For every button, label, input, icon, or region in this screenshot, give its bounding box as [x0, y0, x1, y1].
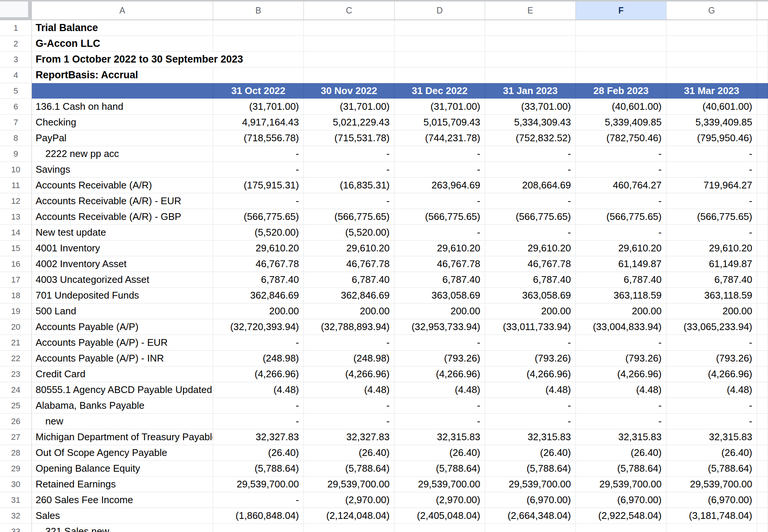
date-header-D5[interactable]: 31 Dec 2022: [394, 83, 485, 99]
cell-E26[interactable]: -: [485, 414, 576, 429]
cell-partial-6[interactable]: [757, 99, 768, 115]
row-number-4[interactable]: 4: [0, 67, 32, 83]
cell-A3[interactable]: From 1 October 2022 to 30 September 2023: [32, 52, 213, 67]
cell-F18[interactable]: 363,118.59: [576, 288, 666, 303]
cell-E27[interactable]: 32,315.83: [485, 429, 576, 445]
date-header-B5[interactable]: 31 Oct 2022: [213, 83, 304, 99]
cell-C31[interactable]: (2,970.00): [304, 492, 394, 508]
cell-B32[interactable]: (1,860,848.04): [213, 508, 304, 524]
cell-F8[interactable]: (782,750.46): [576, 130, 666, 146]
cell-F11[interactable]: 460,764.27: [576, 178, 666, 193]
cell-D7[interactable]: 5,015,709.43: [394, 115, 485, 130]
cell-F29[interactable]: (5,788.64): [576, 461, 666, 477]
cell-G18[interactable]: 363,118.59: [666, 288, 757, 303]
cell-C10[interactable]: -: [304, 162, 394, 178]
cell-A33-account-name[interactable]: 321 Sales new: [32, 524, 213, 532]
cell-F13[interactable]: (566,775.65): [576, 209, 666, 225]
cell-F33[interactable]: [576, 524, 666, 532]
cell-G6[interactable]: (40,601.00): [666, 99, 757, 115]
cell-G22[interactable]: (793.26): [666, 351, 757, 366]
cell-G24[interactable]: (4.48): [666, 382, 757, 398]
cell-E7[interactable]: 5,334,309.43: [485, 115, 576, 130]
cell-E15[interactable]: 29,610.20: [485, 241, 576, 256]
cell-C6[interactable]: (31,701.00): [304, 99, 394, 115]
cell-E6[interactable]: (33,701.00): [485, 99, 576, 115]
cell-C2[interactable]: [304, 36, 394, 52]
cell-partial-24[interactable]: [757, 382, 768, 398]
cell-C3[interactable]: [304, 52, 394, 67]
cell-E16[interactable]: 46,767.78: [485, 256, 576, 272]
cell-B8[interactable]: (718,556.78): [213, 130, 304, 146]
cell-B31[interactable]: -: [213, 492, 304, 508]
cell-F20[interactable]: (33,004,833.94): [576, 319, 666, 335]
cell-E11[interactable]: 208,664.69: [485, 178, 576, 193]
cell-partial-33[interactable]: [757, 524, 768, 532]
cell-A29-account-name[interactable]: Opening Balance Equity: [32, 461, 213, 477]
cell-E30[interactable]: 29,539,700.00: [485, 477, 576, 492]
date-header-C5[interactable]: 30 Nov 2022: [304, 83, 394, 99]
cell-E14[interactable]: -: [485, 225, 576, 241]
cell-A14-account-name[interactable]: New test update: [32, 225, 213, 241]
cell-A16-account-name[interactable]: 4002 Inventory Asset: [32, 256, 213, 272]
cell-E18[interactable]: 363,058.69: [485, 288, 576, 303]
cell-B29[interactable]: (5,788.64): [213, 461, 304, 477]
row-number-17[interactable]: 17: [0, 272, 32, 288]
cell-C14[interactable]: (5,520.00): [304, 225, 394, 241]
cell-E9[interactable]: -: [485, 146, 576, 162]
row-number-20[interactable]: 20: [0, 319, 32, 335]
cell-E31[interactable]: (6,970.00): [485, 492, 576, 508]
cell-G15[interactable]: 29,610.20: [666, 241, 757, 256]
cell-partial-19[interactable]: [757, 303, 768, 319]
cell-A30-account-name[interactable]: Retained Earnings: [32, 477, 213, 492]
row-number-12[interactable]: 12: [0, 193, 32, 209]
cell-D15[interactable]: 29,610.20: [394, 241, 485, 256]
cell-A11-account-name[interactable]: Accounts Receivable (A/R): [32, 178, 213, 193]
cell-A12-account-name[interactable]: Accounts Receivable (A/R) - EUR: [32, 193, 213, 209]
cell-A18-account-name[interactable]: 701 Undeposited Funds: [32, 288, 213, 303]
cell-F3[interactable]: [576, 52, 666, 67]
column-header-A[interactable]: A: [32, 1, 213, 20]
column-header-B[interactable]: B: [213, 1, 304, 20]
cell-G17[interactable]: 6,787.40: [666, 272, 757, 288]
cell-E3[interactable]: [485, 52, 576, 67]
cell-C28[interactable]: (26.40): [304, 445, 394, 461]
cell-A7-account-name[interactable]: Checking: [32, 115, 213, 130]
column-header-partial[interactable]: [757, 1, 768, 20]
cell-F21[interactable]: -: [576, 335, 666, 351]
cell-G12[interactable]: -: [666, 193, 757, 209]
cell-F1[interactable]: [576, 20, 666, 36]
cell-F10[interactable]: -: [576, 162, 666, 178]
cell-D29[interactable]: (5,788.64): [394, 461, 485, 477]
cell-C22[interactable]: (248.98): [304, 351, 394, 366]
cell-D8[interactable]: (744,231.78): [394, 130, 485, 146]
cell-G31[interactable]: (6,970.00): [666, 492, 757, 508]
cell-partial-11[interactable]: [757, 178, 768, 193]
cell-D2[interactable]: [394, 36, 485, 52]
cell-partial-27[interactable]: [757, 429, 768, 445]
cell-B22[interactable]: (248.98): [213, 351, 304, 366]
row-number-32[interactable]: 32: [0, 508, 32, 524]
cell-A23-account-name[interactable]: Credit Card: [32, 366, 213, 382]
cell-E29[interactable]: (5,788.64): [485, 461, 576, 477]
cell-C1[interactable]: [304, 20, 394, 36]
cell-C20[interactable]: (32,788,893.94): [304, 319, 394, 335]
cell-E1[interactable]: [485, 20, 576, 36]
cell-F22[interactable]: (793.26): [576, 351, 666, 366]
row-number-26[interactable]: 26: [0, 414, 32, 429]
cell-B28[interactable]: (26.40): [213, 445, 304, 461]
cell-B12[interactable]: -: [213, 193, 304, 209]
row-number-13[interactable]: 13: [0, 209, 32, 225]
date-header-G5[interactable]: 31 Mar 2023: [666, 83, 757, 99]
cell-A5[interactable]: [32, 83, 213, 99]
cell-A2[interactable]: G-Accon LLC: [32, 36, 213, 52]
cell-partial-28[interactable]: [757, 445, 768, 461]
cell-C23[interactable]: (4,266.96): [304, 366, 394, 382]
cell-partial-9[interactable]: [757, 146, 768, 162]
select-all-corner[interactable]: [0, 1, 32, 20]
cell-E24[interactable]: (4.48): [485, 382, 576, 398]
cell-D13[interactable]: (566,775.65): [394, 209, 485, 225]
cell-A9-account-name[interactable]: 2222 new pp acc: [32, 146, 213, 162]
cell-F23[interactable]: (4,266.96): [576, 366, 666, 382]
cell-D22[interactable]: (793.26): [394, 351, 485, 366]
cell-B21[interactable]: -: [213, 335, 304, 351]
